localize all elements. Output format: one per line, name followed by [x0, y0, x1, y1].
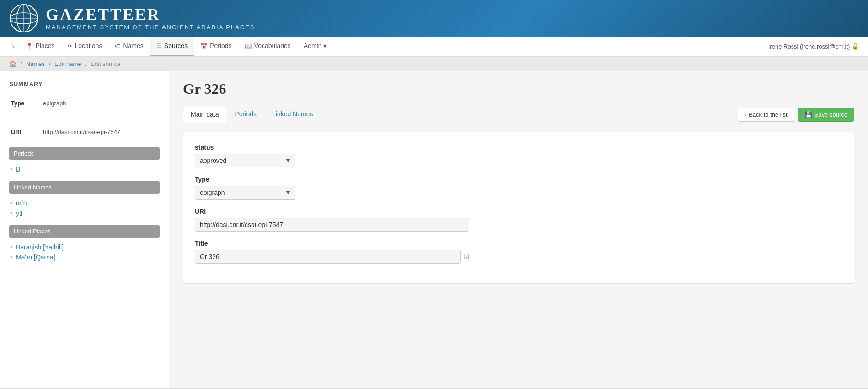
- tab-bar: Main data Periods Linked Names: [183, 107, 738, 123]
- linked-names-section-header: Linked Names: [9, 181, 160, 194]
- nav-sources-label: Sources: [164, 42, 188, 49]
- uri-label: URI: [9, 126, 41, 138]
- sources-icon: ☰: [156, 43, 162, 49]
- uri-form-label: URI: [195, 208, 842, 215]
- summary-uri-table: URI http://dasi.cnr.it/csai-epi-7547: [9, 126, 160, 138]
- back-button-label: Back to the list: [749, 111, 788, 118]
- chevron-left-icon: ‹: [745, 111, 746, 118]
- app-logo: [9, 4, 39, 33]
- tabs-row: Main data Periods Linked Names ‹ Back to…: [183, 107, 854, 123]
- locations-icon: ✈: [68, 43, 73, 49]
- summary-title: SUMMARY: [9, 81, 160, 90]
- nav-home[interactable]: ⌂: [5, 37, 19, 56]
- nav-names[interactable]: 🏷 Names: [108, 37, 150, 56]
- save-button-label: Save source: [814, 111, 847, 118]
- linked-name-man[interactable]: mʾn: [16, 200, 27, 207]
- save-icon: 💾: [805, 111, 812, 118]
- nav-admin-label: Admin ▾: [304, 42, 327, 49]
- nav-places[interactable]: 📍 Places: [19, 37, 61, 56]
- linked-places-list: Barāqish [Yathill] Maʿīn [Qarnā]: [9, 242, 160, 262]
- linked-name-ytl[interactable]: ytl: [16, 210, 22, 217]
- main-navbar: ⌂ 📍 Places ✈ Locations 🏷 Names ☰ Sources…: [0, 37, 868, 57]
- type-value: epigraph: [41, 97, 160, 109]
- type-label: Type: [9, 97, 41, 109]
- status-group: status approved pending rejected: [195, 144, 842, 167]
- linked-place-mayin[interactable]: Maʿīn [Qarnā]: [16, 254, 55, 261]
- home-icon: ⌂: [10, 42, 14, 49]
- linked-places-section-header: Linked Places: [9, 225, 160, 238]
- nav-admin[interactable]: Admin ▾: [297, 37, 333, 56]
- places-icon: 📍: [26, 43, 33, 49]
- breadcrumb-current: Edit source: [91, 60, 120, 67]
- app-title-block: GAZETTEER Management System of the Ancie…: [46, 6, 255, 31]
- breadcrumb: 🏠 / Names / Edit name / Edit source: [0, 57, 868, 71]
- title-input[interactable]: [195, 250, 461, 264]
- list-item: B: [9, 164, 160, 174]
- status-label: status: [195, 144, 842, 151]
- nav-periods[interactable]: 📅 Periods: [194, 37, 238, 56]
- linked-names-list: mʾn ytl: [9, 198, 160, 218]
- app-header: GAZETTEER Management System of the Ancie…: [0, 0, 868, 37]
- uri-input[interactable]: [195, 218, 469, 232]
- back-to-list-button[interactable]: ‹ Back to the list: [738, 108, 794, 122]
- nav-sources[interactable]: ☰ Sources: [150, 37, 194, 56]
- app-name: GAZETTEER: [46, 6, 255, 24]
- breadcrumb-home[interactable]: 🏠: [9, 60, 16, 67]
- uri-input-wrap: [195, 218, 469, 232]
- nav-periods-label: Periods: [210, 42, 231, 49]
- expand-icon[interactable]: ⊞: [463, 253, 469, 261]
- list-item: Maʿīn [Qarnā]: [9, 252, 160, 262]
- title-form-label: Title: [195, 240, 842, 247]
- uri-value: http://dasi.cnr.it/csai-epi-7547: [41, 126, 160, 138]
- app-subtitle: Management System of the Ancient Arabia …: [46, 24, 255, 31]
- nav-vocabularies-label: Vocabularies: [254, 42, 291, 49]
- type-form-label: Type: [195, 176, 842, 183]
- list-item: ytl: [9, 208, 160, 218]
- form-card: status approved pending rejected Type ep…: [183, 132, 854, 284]
- tab-periods[interactable]: Periods: [227, 107, 263, 123]
- tab-linked-names[interactable]: Linked Names: [265, 107, 321, 123]
- periods-section-header: Periods: [9, 147, 160, 160]
- nav-locations[interactable]: ✈ Locations: [61, 37, 109, 56]
- periods-icon: 📅: [200, 43, 208, 49]
- nav-names-label: Names: [123, 42, 143, 49]
- list-item: Barāqish [Yathill]: [9, 242, 160, 252]
- summary-table: Type epigraph: [9, 97, 160, 109]
- title-group: Title ⊞: [195, 240, 842, 264]
- linked-place-baraqish[interactable]: Barāqish [Yathill]: [16, 243, 64, 251]
- nav-places-label: Places: [35, 42, 54, 49]
- main-container: SUMMARY Type epigraph URI http://dasi.cn…: [0, 71, 868, 388]
- navbar-user: Irene Rossi (irene.rossi@cnr.it) 🔓: [764, 37, 863, 56]
- navbar-left: ⌂ 📍 Places ✈ Locations 🏷 Names ☰ Sources…: [5, 37, 764, 56]
- type-group: Type epigraph manuscript inscription: [195, 176, 842, 200]
- uri-group: URI: [195, 208, 842, 232]
- names-icon: 🏷: [115, 43, 121, 49]
- type-select[interactable]: epigraph manuscript inscription: [195, 186, 295, 200]
- breadcrumb-names[interactable]: Names: [26, 60, 45, 67]
- page-title: Gr 326: [183, 81, 854, 97]
- vocabularies-icon: 📖: [245, 43, 252, 49]
- save-source-button[interactable]: 💾 Save source: [798, 108, 854, 122]
- list-item: mʾn: [9, 198, 160, 208]
- breadcrumb-edit-name[interactable]: Edit name: [54, 60, 81, 67]
- status-select[interactable]: approved pending rejected: [195, 154, 295, 167]
- periods-list: B: [9, 164, 160, 174]
- nav-vocabularies[interactable]: 📖 Vocabularies: [238, 37, 297, 56]
- action-buttons: ‹ Back to the list 💾 Save source: [738, 108, 854, 122]
- period-link-b[interactable]: B: [16, 166, 20, 173]
- tab-main-data[interactable]: Main data: [183, 107, 226, 123]
- content-area: Gr 326 Main data Periods Linked Names ‹ …: [169, 71, 868, 388]
- sidebar: SUMMARY Type epigraph URI http://dasi.cn…: [0, 71, 169, 388]
- nav-locations-label: Locations: [75, 42, 102, 49]
- user-info: Irene Rossi (irene.rossi@cnr.it) 🔓: [768, 43, 859, 50]
- title-input-wrap: ⊞: [195, 250, 469, 264]
